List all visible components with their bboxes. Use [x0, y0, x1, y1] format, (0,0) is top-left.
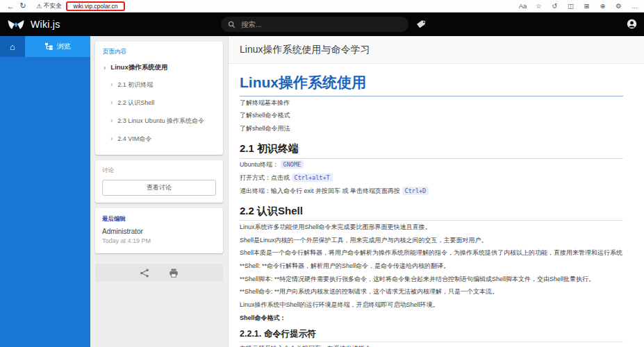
shell-format-label: Shell命令格式： — [240, 312, 623, 325]
toc-item-2-4[interactable]: › 2.4 VIM命令 — [102, 130, 216, 148]
browse-button[interactable]: 浏览 — [25, 36, 90, 57]
body-paragraph: Linux操作系统中Shell的运行环境是终端，开启终端即可启动Shell环境。 — [240, 299, 623, 312]
chevron-right-icon: › — [110, 99, 113, 106]
body-paragraph: Shell是Linux内核的一个外层保护工具，用来完成用户与内核之间的交互，主要… — [240, 234, 623, 247]
body-paragraph: **Shell命令: **用户向系统内核发送的控制请求，这个请求无法被内核理解，… — [240, 286, 623, 299]
view-discussion-button[interactable]: 查看讨论 — [102, 180, 216, 196]
security-label: 不安全 — [44, 2, 62, 10]
home-button[interactable]: ⌂ — [0, 36, 25, 57]
body-paragraph: Ubuntu终端： GNOME — [240, 159, 623, 172]
chevron-right-icon: › — [110, 117, 113, 124]
back-icon[interactable]: ← — [4, 2, 17, 10]
article-body: Linux操作系统使用 了解终端基本操作 了解shell命令格式 了解shell… — [229, 64, 644, 347]
page-title: Linux操作系统使用与命令学习 — [240, 44, 370, 56]
intro-paragraph: 了解shell命令格式 — [240, 110, 623, 123]
toc-item-label: 2.1 初识终端 — [117, 81, 153, 90]
toc-root-label: Linux操作系统使用 — [110, 63, 167, 72]
body-paragraph: 退出终端：输入命令行 exit 并按回车 或 单击终端页面再按 Ctrl+D — [240, 185, 623, 198]
section-heading-2-2: 2.2 认识Shell — [240, 201, 623, 221]
home-icon: ⌂ — [10, 42, 15, 52]
discussion-card: 讨论 查看讨论 — [95, 160, 223, 203]
reload-icon[interactable]: ↻ — [17, 1, 29, 10]
last-edit-author: Administrator — [102, 228, 216, 235]
print-icon — [169, 269, 179, 278]
toc-item-2-2[interactable]: › 2.2 认识Shell — [102, 94, 216, 112]
toc-item-2-3[interactable]: › 2.3 Linux Ubuntu 操作系统命令 — [102, 112, 216, 130]
text-size-icon[interactable]: Aa — [518, 2, 528, 10]
inline-code: Ctrl+alt+T — [292, 174, 333, 182]
search-box[interactable] — [221, 17, 408, 32]
body-paragraph: **Shell脚本: **特定情况硬件需要执行很多命令，这时将命令集合起来并结合… — [240, 273, 623, 286]
toc-item-label: 2.2 认识Shell — [117, 99, 154, 108]
rail-buttons: ⌂ 浏览 — [0, 36, 90, 57]
toc-item-label: 2.4 VIM命令 — [117, 135, 151, 144]
share-icon — [140, 269, 149, 278]
page-actions-bar — [95, 264, 223, 282]
toc-root-item[interactable]: › Linux操作系统使用 — [102, 58, 216, 76]
browse-label: 浏览 — [57, 42, 71, 51]
app-logo[interactable]: Wiki.js — [7, 19, 60, 31]
text: 打开方式：点击或 — [240, 174, 290, 181]
body-paragraph: 打开方式：点击或 Ctrl+alt+T — [240, 172, 623, 185]
account-icon — [627, 19, 637, 29]
tag-icon — [416, 19, 426, 29]
chevron-right-icon: › — [110, 135, 113, 142]
body-paragraph: 在提示符后输入命令并按回车，向系统发送指令 — [240, 342, 623, 347]
collections-icon[interactable]: ⊞ — [581, 2, 592, 10]
warning-icon: ⚠ — [36, 3, 42, 10]
tags-button[interactable] — [416, 19, 426, 32]
last-edit-card: 最后编辑 Administrator Today at 4:19 PM — [95, 208, 223, 253]
intro-paragraph: 了解shell命令用法 — [240, 123, 623, 136]
discussion-label: 讨论 — [102, 167, 216, 175]
search-icon — [228, 21, 236, 28]
more-menu-icon[interactable]: … — [629, 2, 640, 10]
body-paragraph: Linux系统许多功能使用Shell命令来完成要比图形界面更快速且直接。 — [240, 221, 623, 234]
text: Ubuntu终端： — [240, 161, 279, 168]
history-icon[interactable]: ↺ — [550, 2, 560, 10]
toc-card: 页面内容 › Linux操作系统使用 › 2.1 初识终端 › 2.2 认识Sh… — [95, 42, 223, 155]
section-heading-2-2-1: 2.2.1. 命令行提示符 — [240, 326, 623, 342]
toc-column: 页面内容 › Linux操作系统使用 › 2.1 初识终端 › 2.2 认识Sh… — [90, 36, 228, 347]
chevron-right-icon: › — [110, 81, 113, 88]
site-security[interactable]: ⚠ 不安全 — [36, 2, 62, 10]
tree-icon — [45, 43, 53, 50]
search-input[interactable] — [240, 19, 386, 29]
app-body: ⌂ 浏览 页面内容 › Linux操作系统使用 › 2.1 — [0, 36, 644, 347]
inline-code: GNOME — [281, 160, 304, 169]
toc-item-2-1[interactable]: › 2.1 初识终端 — [102, 76, 216, 94]
app-title: Wiki.js — [31, 19, 60, 30]
article-h1: Linux操作系统使用 — [240, 74, 623, 96]
print-button[interactable] — [169, 269, 179, 278]
last-edit-time: Today at 4:19 PM — [102, 237, 216, 244]
address-bar[interactable]: wiki.vip.cpolar.cn — [66, 1, 126, 11]
app-header: Wiki.js — [0, 12, 644, 36]
body-paragraph: Shell本质是一个命令行解释器，将用户命令解析为操作系统所能理解的指令，为操作… — [240, 247, 623, 260]
inline-code: Ctrl+D — [402, 187, 429, 195]
body-paragraph: **Shell: **命令行解释器，解析用户的Shell命令，是命令传递给内核的… — [240, 260, 623, 273]
page-header-band: Linux操作系统使用与命令学习 — [229, 36, 644, 64]
url-text: wiki.vip.cpolar.cn — [74, 3, 118, 10]
wikijs-logo-icon — [7, 19, 25, 31]
favorites-icon[interactable]: ☆ — [534, 2, 544, 10]
chevron-right-icon: › — [104, 65, 106, 71]
section-heading-2-1: 2.1 初识终端 — [240, 139, 623, 159]
last-edit-label: 最后编辑 — [102, 215, 216, 223]
toc-title: 页面内容 — [103, 48, 216, 56]
share-button[interactable] — [140, 269, 149, 278]
main-content: Linux操作系统使用与命令学习 Linux操作系统使用 了解终端基本操作 了解… — [228, 36, 644, 347]
browser-chrome: ← ↻ ⚠ 不安全 wiki.vip.cpolar.cn Aa ☆ ↺ ◫ ⊞ … — [0, 0, 644, 12]
intro-paragraph: 了解终端基本操作 — [240, 96, 623, 110]
account-button[interactable] — [627, 19, 637, 32]
extensions-icon[interactable]: ⚙ — [613, 2, 624, 10]
nav-rail: ⌂ 浏览 — [0, 36, 90, 347]
toc-item-label: 2.3 Linux Ubuntu 操作系统命令 — [117, 117, 204, 126]
split-screen-icon[interactable]: ◫ — [565, 2, 576, 10]
text: 退出终端：输入命令行 exit 并按回车 或 单击终端页面再按 — [240, 187, 400, 194]
browser-essentials-icon[interactable]: ⊕ — [597, 2, 608, 10]
